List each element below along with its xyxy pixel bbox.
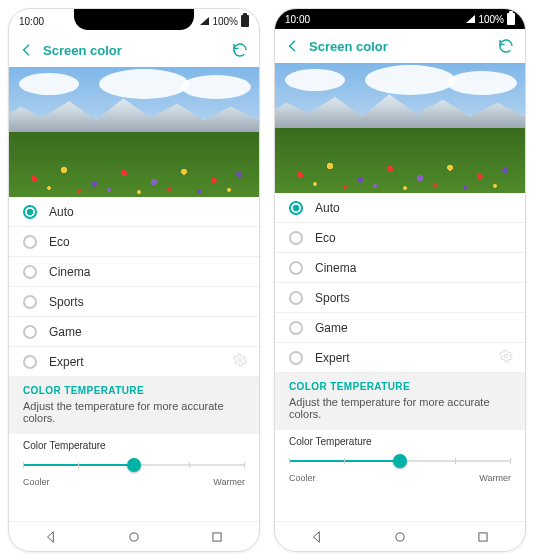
- mode-label: Auto: [315, 201, 340, 215]
- mode-label: Expert: [49, 355, 84, 369]
- radio-icon: [23, 355, 37, 369]
- page-title: Screen color: [309, 39, 388, 54]
- nav-home-icon[interactable]: [393, 530, 407, 544]
- section-desc: Adjust the temperature for more accurate…: [23, 400, 245, 424]
- svg-point-1: [130, 532, 138, 540]
- mode-label: Auto: [49, 205, 74, 219]
- mode-label: Sports: [315, 291, 350, 305]
- slider-end-warmer: Warmer: [479, 473, 511, 483]
- radio-icon: [289, 351, 303, 365]
- radio-icon: [289, 201, 303, 215]
- slider-label: Color Temperature: [289, 436, 511, 447]
- color-temp-slider[interactable]: [289, 453, 511, 469]
- slider-label: Color Temperature: [23, 440, 245, 451]
- page-title: Screen color: [43, 43, 122, 58]
- gear-icon[interactable]: [499, 349, 513, 366]
- reset-icon[interactable]: [497, 37, 515, 55]
- svg-rect-2: [213, 532, 221, 540]
- status-time: 10:00: [19, 16, 74, 27]
- nav-back-icon[interactable]: [310, 530, 324, 544]
- slider-thumb-icon[interactable]: [393, 454, 407, 468]
- color-temp-control: Color Temperature Cooler Warmer: [275, 430, 525, 489]
- radio-icon: [289, 321, 303, 335]
- nav-recents-icon[interactable]: [476, 530, 490, 544]
- mode-option-sports[interactable]: Sports: [275, 283, 525, 313]
- mode-label: Expert: [315, 351, 350, 365]
- mode-list: Auto Eco Cinema Sports Game Expert: [9, 197, 259, 377]
- battery-icon: [507, 13, 515, 25]
- slider-thumb-icon[interactable]: [127, 458, 141, 472]
- battery-icon: [241, 15, 249, 27]
- system-nav-bar: [9, 521, 259, 551]
- mode-option-expert[interactable]: Expert: [275, 343, 525, 373]
- mode-label: Eco: [315, 231, 336, 245]
- nav-recents-icon[interactable]: [210, 530, 224, 544]
- mode-option-cinema[interactable]: Cinema: [9, 257, 259, 287]
- nav-home-icon[interactable]: [127, 530, 141, 544]
- mode-list: Auto Eco Cinema Sports Game Expert: [275, 193, 525, 373]
- mode-option-expert[interactable]: Expert: [9, 347, 259, 377]
- radio-icon: [289, 231, 303, 245]
- mode-option-eco[interactable]: Eco: [275, 223, 525, 253]
- mode-label: Sports: [49, 295, 84, 309]
- slider-end-warmer: Warmer: [213, 477, 245, 487]
- section-title: COLOR TEMPERATURE: [289, 381, 511, 392]
- color-temp-slider[interactable]: [23, 457, 245, 473]
- back-arrow-icon[interactable]: [285, 38, 301, 54]
- battery-text: 100%: [478, 14, 504, 25]
- color-temp-control: Color Temperature Cooler Warmer: [9, 434, 259, 493]
- svg-point-4: [396, 532, 404, 540]
- color-temp-section: COLOR TEMPERATURE Adjust the temperature…: [9, 377, 259, 434]
- radio-icon: [23, 295, 37, 309]
- signal-icon: [466, 15, 475, 23]
- radio-icon: [23, 265, 37, 279]
- radio-icon: [23, 235, 37, 249]
- preview-image: [275, 63, 525, 193]
- phone-rounded: 10:00 100% Screen color: [274, 8, 526, 552]
- mode-option-auto[interactable]: Auto: [9, 197, 259, 227]
- radio-icon: [289, 261, 303, 275]
- system-nav-bar: [275, 521, 525, 551]
- svg-point-3: [504, 354, 508, 358]
- mode-label: Cinema: [49, 265, 90, 279]
- mode-label: Game: [49, 325, 82, 339]
- status-bar: 10:00 100%: [275, 9, 525, 29]
- mode-option-auto[interactable]: Auto: [275, 193, 525, 223]
- color-temp-section: COLOR TEMPERATURE Adjust the temperature…: [275, 373, 525, 430]
- svg-rect-5: [479, 532, 487, 540]
- mode-label: Eco: [49, 235, 70, 249]
- phone-notch: 10:00 100% Screen color Au: [8, 8, 260, 552]
- back-arrow-icon[interactable]: [19, 42, 35, 58]
- mode-option-cinema[interactable]: Cinema: [275, 253, 525, 283]
- nav-back-icon[interactable]: [44, 530, 58, 544]
- battery-text: 100%: [212, 16, 238, 27]
- signal-icon: [200, 17, 209, 25]
- mode-option-game[interactable]: Game: [275, 313, 525, 343]
- section-desc: Adjust the temperature for more accurate…: [289, 396, 511, 420]
- display-notch: [74, 8, 194, 30]
- status-bar: 10:00 100%: [9, 9, 259, 33]
- app-bar: Screen color: [275, 29, 525, 63]
- mode-option-sports[interactable]: Sports: [9, 287, 259, 317]
- section-title: COLOR TEMPERATURE: [23, 385, 245, 396]
- preview-image: [9, 67, 259, 197]
- mode-label: Game: [315, 321, 348, 335]
- mode-option-eco[interactable]: Eco: [9, 227, 259, 257]
- mode-label: Cinema: [315, 261, 356, 275]
- gear-icon[interactable]: [233, 353, 247, 370]
- radio-icon: [289, 291, 303, 305]
- mode-option-game[interactable]: Game: [9, 317, 259, 347]
- radio-icon: [23, 325, 37, 339]
- slider-end-cooler: Cooler: [23, 477, 50, 487]
- svg-point-0: [238, 358, 242, 362]
- radio-icon: [23, 205, 37, 219]
- slider-end-cooler: Cooler: [289, 473, 316, 483]
- reset-icon[interactable]: [231, 41, 249, 59]
- app-bar: Screen color: [9, 33, 259, 67]
- status-time: 10:00: [285, 14, 310, 25]
